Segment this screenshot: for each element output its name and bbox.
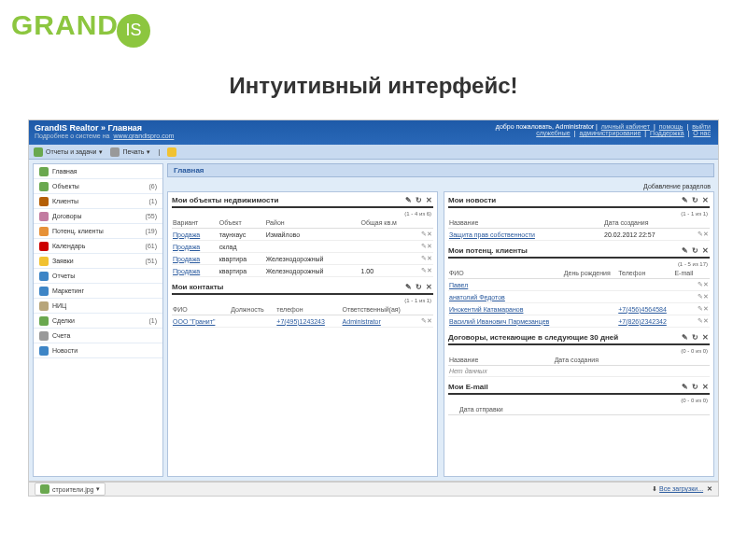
close-icon[interactable]: ✕	[707, 485, 712, 492]
link-cell[interactable]: Павел	[448, 279, 563, 291]
table-row: Василий Иванович Пармезанцев+7(826)23423…	[448, 315, 710, 328]
table-row: ПродажаквартираЖелезнодорожный1.00✎✕	[172, 265, 433, 277]
link-cell[interactable]: анатолий Федотов	[448, 291, 563, 303]
empty-row: Нет данных	[448, 366, 710, 377]
link-cell[interactable]: ООО "Гранит"	[172, 315, 230, 328]
sidebar-item-3[interactable]: Договоры(55)	[34, 209, 162, 224]
site-link[interactable]: www.grandispro.com	[113, 133, 174, 139]
link-cell[interactable]: Продажа	[172, 253, 218, 265]
link-cell[interactable]: Продажа	[172, 265, 218, 277]
admin-link[interactable]: администрирование	[579, 130, 641, 136]
nav-icon	[39, 212, 49, 221]
contacts-table: ФИОДолжностьтелефонОтветственный(ая) ООО…	[172, 304, 433, 328]
divider: |	[158, 148, 160, 155]
link-cell[interactable]: Инокентий Катамаранов	[448, 303, 563, 315]
sidebar-item-label: Объекты	[52, 183, 79, 189]
panel-tools[interactable]: ✎ ↻ ✕	[405, 196, 433, 204]
row-tools[interactable]: ✎✕	[697, 303, 710, 315]
row-tools[interactable]: ✎✕	[420, 241, 433, 253]
panel-tools[interactable]: ✎ ↻ ✕	[405, 283, 433, 291]
nav-icon	[39, 331, 49, 341]
contracts-table: НазваниеДата создания Нет данных	[448, 355, 710, 377]
link-cell[interactable]: +7(826)2342342	[617, 315, 673, 328]
panel-contracts: Договоры, истекающие в следующие 30 дней…	[448, 333, 710, 377]
sidebar-item-2[interactable]: Клиенты(1)	[34, 194, 162, 209]
pager: (1 - 1 из 1)	[448, 210, 710, 217]
link-cell[interactable]: +7(456)4564584	[617, 303, 673, 315]
row-tools[interactable]: ✎✕	[697, 291, 710, 303]
sidebar: ГлавнаяОбъекты(6)Клиенты(1)Договоры(55)П…	[33, 163, 163, 477]
welcome-text: добро пожаловать, Administrator	[496, 123, 594, 130]
emails-table: Дата отправки	[448, 404, 710, 415]
link-cell[interactable]: Administrator	[342, 315, 420, 328]
sidebar-item-count: (19)	[146, 228, 157, 234]
sidebar-item-9[interactable]: НИЦ	[34, 299, 162, 314]
panel-title: Мои контакты	[172, 283, 223, 291]
link-cell[interactable]	[617, 279, 673, 291]
row-tools[interactable]: ✎✕	[420, 315, 433, 328]
news-table: НазваниеДата создания Защита прав собств…	[448, 217, 710, 241]
sidebar-item-0[interactable]: Главная	[34, 164, 162, 179]
nav-icon	[39, 316, 49, 326]
link-cell[interactable]	[617, 291, 673, 303]
panel-tools[interactable]: ✎ ↻ ✕	[682, 246, 710, 255]
link-cell[interactable]: +7(495)1243243	[275, 315, 341, 328]
sidebar-item-count: (61)	[146, 243, 157, 249]
panel-tools[interactable]: ✎ ↻ ✕	[682, 333, 710, 342]
help-link[interactable]: помощь	[659, 123, 684, 130]
panel-tools[interactable]: ✎ ↻ ✕	[682, 196, 710, 204]
row-tools[interactable]: ✎✕	[420, 253, 433, 265]
sidebar-item-label: Счета	[52, 332, 70, 339]
table-row: Продажасклад✎✕	[172, 241, 433, 253]
add-section-button[interactable]: Добавление разделов	[167, 181, 714, 191]
panel-contacts: Мои контакты✎ ↻ ✕ (1 - 1 из 1) ФИОДолжно…	[172, 283, 433, 328]
reports-button[interactable]: Отчеты и задачи ▾	[34, 147, 103, 157]
sidebar-item-7[interactable]: Отчеты	[34, 269, 162, 284]
row-tools[interactable]: ✎✕	[420, 265, 433, 277]
sidebar-item-label: Заявки	[52, 258, 74, 264]
sidebar-item-label: Клиенты	[52, 198, 78, 204]
nav-icon	[39, 242, 49, 251]
breadcrumb: Главная	[167, 163, 714, 177]
download-item[interactable]: строители.jpg ▾	[35, 483, 106, 496]
cabinet-link[interactable]: личный кабинет	[601, 123, 650, 130]
row-tools[interactable]: ✎✕	[697, 279, 710, 291]
nav-icon	[39, 167, 49, 176]
sidebar-item-10[interactable]: Сделки(1)	[34, 314, 162, 329]
table-row: анатолий Федотов✎✕	[448, 291, 710, 303]
print-button[interactable]: Печать ▾	[110, 147, 150, 157]
all-downloads-link[interactable]: Все загрузки...	[659, 485, 703, 492]
sidebar-item-11[interactable]: Счета	[34, 329, 162, 343]
sidebar-item-12[interactable]: Новости	[34, 343, 162, 358]
logo-text-1: GRAND	[11, 9, 119, 40]
row-tools[interactable]: ✎✕	[697, 315, 710, 328]
row-tools[interactable]: ✎✕	[697, 229, 710, 241]
sidebar-item-label: Отчеты	[52, 273, 75, 279]
sidebar-item-1[interactable]: Объекты(6)	[34, 179, 162, 194]
nav-icon	[39, 182, 49, 191]
sidebar-item-4[interactable]: Потенц. клиенты(19)	[34, 224, 162, 239]
settings-link[interactable]: служебные	[536, 130, 570, 136]
row-tools[interactable]: ✎✕	[420, 229, 433, 241]
app-title: GrandIS Realtor » Главная	[35, 123, 176, 133]
nav-icon	[39, 197, 49, 206]
panel-tools[interactable]: ✎ ↻ ✕	[682, 383, 710, 391]
link-cell[interactable]: Василий Иванович Пармезанцев	[448, 315, 563, 328]
download-icon: ⬇	[652, 485, 657, 492]
support-link[interactable]: Поддержка	[650, 130, 684, 136]
link-cell[interactable]: Защита прав собственности	[448, 229, 603, 241]
logout-link[interactable]: выйти	[692, 123, 711, 130]
sidebar-item-label: Календарь	[52, 243, 85, 249]
star-icon[interactable]	[167, 147, 176, 157]
sidebar-item-label: Договоры	[52, 213, 81, 219]
table-row: ПродажаквартираЖелезнодорожный✎✕	[172, 253, 433, 265]
sidebar-item-6[interactable]: Заявки(51)	[34, 254, 162, 269]
link-cell[interactable]: Продажа	[172, 229, 218, 241]
table-row: ПродажатаунхаусИзмайлово✎✕	[172, 229, 433, 241]
sidebar-item-8[interactable]: Маркетинг	[34, 284, 162, 299]
sidebar-item-5[interactable]: Календарь(61)	[34, 239, 162, 254]
nav-icon	[39, 287, 49, 296]
brand-logo: GRANDIS	[11, 9, 150, 48]
about-link[interactable]: О нас	[693, 130, 711, 136]
link-cell[interactable]: Продажа	[172, 241, 218, 253]
